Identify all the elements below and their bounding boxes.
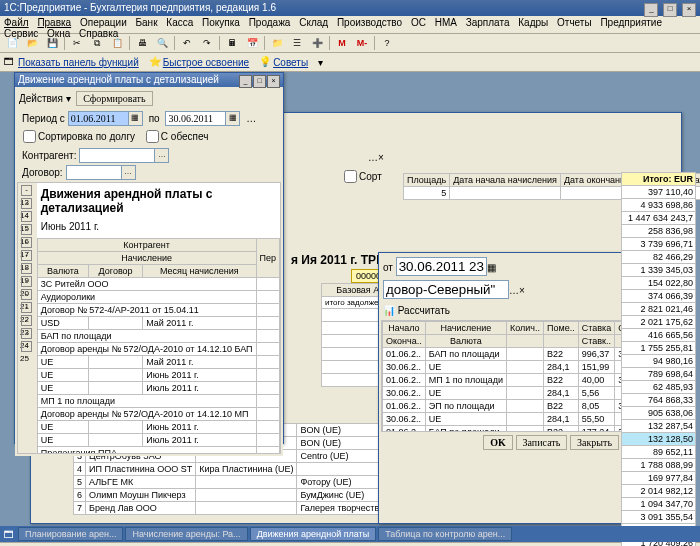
undo-icon[interactable]: ↶ <box>178 34 196 52</box>
report-row[interactable]: USDМай 2011 г. <box>37 317 279 330</box>
menu-stock[interactable]: Склад <box>299 17 328 28</box>
m-icon[interactable]: М <box>333 34 351 52</box>
report-row[interactable]: Договор № 572-4/АР-2011 от 15.04.11 <box>37 304 279 317</box>
mm-icon[interactable]: М- <box>353 34 371 52</box>
calc-row[interactable]: 01.06.2..МП 1 по площадиB2240,0030 <box>383 374 623 387</box>
report-grid[interactable]: КонтрагентПер Начисление ВалютаДоговорМе… <box>37 238 280 454</box>
report-row[interactable]: UEИюль 2011 г. <box>37 382 279 395</box>
report-row[interactable]: Аудиоролики <box>37 291 279 304</box>
contragent-input[interactable] <box>79 148 155 163</box>
help-icon[interactable]: ? <box>378 34 396 52</box>
menu-hr[interactable]: Кадры <box>518 17 548 28</box>
tree-toggle-icon[interactable]: - <box>21 237 32 248</box>
maximize-icon[interactable]: □ <box>663 3 677 17</box>
chevron-down-icon[interactable]: ▾ <box>66 93 71 104</box>
menu-os[interactable]: ОС <box>411 17 426 28</box>
tab-plan[interactable]: Планирование арен... <box>18 527 123 541</box>
report-row[interactable]: БАП по площади <box>37 330 279 343</box>
actions-link[interactable]: Действия <box>19 93 63 104</box>
close-button[interactable]: Закрыть <box>570 435 619 450</box>
open-icon[interactable]: 📂 <box>23 34 41 52</box>
report-row[interactable]: Пролонгация ППА <box>37 447 279 455</box>
select-icon[interactable]: … <box>121 165 136 180</box>
calc-row[interactable]: 30.06.2..UE284,1151,99 <box>383 361 623 374</box>
report-row[interactable]: Договор аренды № 572/ОДА-2010 от 14.12.1… <box>37 343 279 356</box>
secured-checkbox[interactable] <box>146 130 159 143</box>
dogovor-input[interactable] <box>66 165 122 180</box>
report-row[interactable]: UEИюнь 2011 г. <box>37 421 279 434</box>
menu-kassa[interactable]: Касса <box>166 17 193 28</box>
calc-row[interactable]: 01.06.2..БАП по площадиB22996,3730 <box>383 348 623 361</box>
calc-grid[interactable]: НачалоНачислениеКолич..Поме..СтавкаОбщее… <box>382 321 622 432</box>
date-picker-icon[interactable]: ▦ <box>487 262 496 273</box>
tree-toggle-icon[interactable]: - <box>21 211 32 222</box>
calc-icon[interactable]: 🖩 <box>223 34 241 52</box>
menu-edit[interactable]: Правка <box>37 17 71 28</box>
tab-move[interactable]: Движения арендной платы <box>250 527 377 541</box>
select-icon[interactable]: … <box>154 148 169 163</box>
menu-nma[interactable]: НМА <box>435 17 457 28</box>
report-row[interactable]: UEИюнь 2011 г. <box>37 369 279 382</box>
tree-toggle-icon[interactable]: - <box>21 328 32 339</box>
menu-reports[interactable]: Отчеты <box>557 17 592 28</box>
menu-bank[interactable]: Банк <box>136 17 158 28</box>
menu-company[interactable]: Предприятие <box>600 17 662 28</box>
max-icon[interactable]: □ <box>253 75 266 88</box>
cut-icon[interactable]: ✂ <box>68 34 86 52</box>
quick-link[interactable]: Быстрое освоение <box>163 57 249 68</box>
save-button[interactable]: Записать <box>516 435 568 450</box>
menubar[interactable]: Файл Правка Операции Банк Касса Покупка … <box>0 16 700 34</box>
redo-icon[interactable]: ↷ <box>198 34 216 52</box>
tree-toggle-icon[interactable]: - <box>21 250 32 261</box>
calc-row[interactable]: 30.06.2..UE284,15,56 <box>383 387 623 400</box>
menu-buy[interactable]: Покупка <box>202 17 240 28</box>
tree-toggle-icon[interactable]: - <box>21 263 32 274</box>
tips-dropdown-icon[interactable]: ▾ <box>318 57 323 68</box>
new-icon[interactable]: 📄 <box>3 34 21 52</box>
calc-link[interactable]: Рассчитать <box>398 305 450 316</box>
period-from-input[interactable] <box>68 111 129 126</box>
calendar-icon[interactable]: 📅 <box>243 34 261 52</box>
tips-link[interactable]: Советы <box>273 57 308 68</box>
desktop-icon[interactable]: 🗔 <box>4 529 14 540</box>
paste-icon[interactable]: 📋 <box>108 34 126 52</box>
close-icon[interactable]: × <box>682 3 696 17</box>
sort-check[interactable]: Сорт <box>344 170 382 183</box>
tree-toggle-icon[interactable]: - <box>21 198 32 209</box>
tree-toggle-icon[interactable]: - <box>21 302 32 313</box>
report-row[interactable]: UEМай 2011 г. <box>37 356 279 369</box>
save-icon[interactable]: 💾 <box>43 34 61 52</box>
tree-toggle-icon[interactable]: - <box>21 341 32 352</box>
col-area[interactable]: Площадь <box>404 174 450 187</box>
menu-ops[interactable]: Операции <box>80 17 127 28</box>
minimize-icon[interactable]: _ <box>644 3 658 17</box>
period-select-icon[interactable]: … <box>246 113 256 124</box>
col-start[interactable]: Дата начала начисления <box>450 174 561 187</box>
report-row[interactable]: Договор аренды № 572/ОДА-2010 от 14.12.1… <box>37 408 279 421</box>
menu-file[interactable]: Файл <box>4 17 29 28</box>
ok-button[interactable]: OK <box>483 435 513 450</box>
date-picker-icon[interactable]: ▦ <box>225 111 240 126</box>
date-picker-icon[interactable]: ▦ <box>128 111 143 126</box>
tree-toggle-icon[interactable]: - <box>21 276 32 287</box>
list-icon[interactable]: ☰ <box>288 34 306 52</box>
tab-control[interactable]: Таблица по контролю арен... <box>378 527 512 541</box>
report-row[interactable]: МП 1 по площади <box>37 395 279 408</box>
form-button[interactable]: Сформировать <box>76 91 152 106</box>
calc-row[interactable]: 01.06.2..ЭП по площадиB228,0530 <box>383 400 623 413</box>
folder-icon[interactable]: 📁 <box>268 34 286 52</box>
close-small-icon[interactable]: …× <box>368 152 384 163</box>
clear-icon[interactable]: × <box>519 285 525 296</box>
calc-row[interactable]: 30.06.2..UE284,155,50 <box>383 413 623 426</box>
print-icon[interactable]: 🖶 <box>133 34 151 52</box>
menu-salary[interactable]: Зарплата <box>466 17 510 28</box>
period-to-input[interactable] <box>165 111 226 126</box>
tab-nach[interactable]: Начисление аренды: Ра... <box>125 527 247 541</box>
report-row[interactable]: 3С Ритейл ООО <box>37 278 279 291</box>
tree-toggle-icon[interactable]: - <box>21 315 32 326</box>
menu-sell[interactable]: Продажа <box>249 17 291 28</box>
copy-icon[interactable]: ⧉ <box>88 34 106 52</box>
sort-debt-checkbox[interactable] <box>23 130 36 143</box>
tree-gutter[interactable]: -13-14-15-16-17-18-19-20-21-22-23-24-25 <box>18 183 37 453</box>
sever-input[interactable] <box>383 280 509 299</box>
